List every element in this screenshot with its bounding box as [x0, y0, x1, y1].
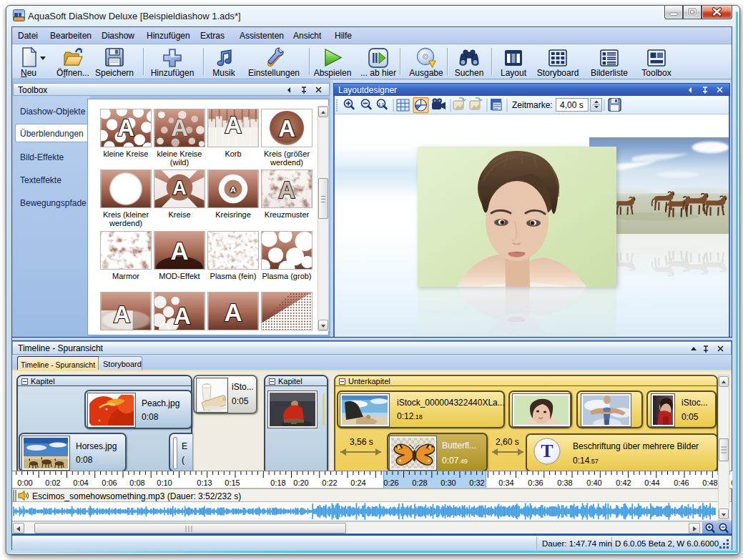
svg-text:A: A: [224, 299, 242, 326]
svg-text:A: A: [117, 114, 134, 141]
svg-text:A: A: [230, 185, 237, 194]
svg-text:1:1: 1:1: [378, 102, 384, 107]
svg-text:A: A: [170, 237, 188, 265]
svg-text:A: A: [278, 177, 295, 203]
svg-text:A: A: [171, 114, 188, 141]
svg-text:A: A: [174, 303, 191, 329]
svg-text:A: A: [113, 301, 130, 328]
svg-text:T: T: [541, 441, 553, 461]
svg-text:A: A: [278, 115, 295, 142]
svg-text:A: A: [172, 177, 186, 199]
svg-text:A: A: [225, 112, 242, 138]
